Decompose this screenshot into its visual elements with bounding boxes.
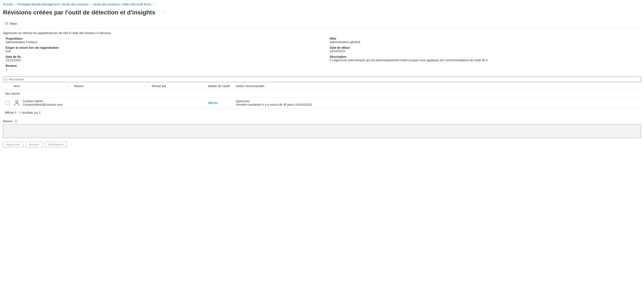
remaining-label: Restant — [6, 64, 317, 67]
start-date-value: 16/10/2023 — [330, 49, 641, 53]
svg-line-1 — [7, 80, 8, 81]
user-email: ContosoAdmin@contoso.com — [23, 103, 62, 106]
cell-reason — [72, 97, 150, 109]
column-header-audit[interactable]: Détails de l'audit — [206, 82, 234, 90]
user-display-name: Contoso Admin — [23, 99, 62, 103]
audit-details-link[interactable]: Afficher — [208, 101, 218, 105]
column-header-name[interactable]: Nom ↑↓ — [12, 82, 72, 90]
chevron-right-icon: › — [153, 2, 154, 6]
svg-point-5 — [16, 121, 16, 121]
role-label: Rôle — [330, 37, 641, 40]
end-date-label: Date de fin — [6, 55, 317, 58]
filter-icon — [5, 22, 8, 25]
recommended-action: Approuver — [236, 99, 639, 103]
column-header-reason-label: Raison — [74, 84, 84, 88]
search-container — [3, 77, 641, 82]
details-grid: Propriétaire Administrateur Contoso Exig… — [3, 37, 641, 75]
recommended-action-detail: Dernière connexion il y a moins de 30 jo… — [236, 103, 639, 106]
column-header-name-label: Nom — [14, 84, 20, 88]
column-header-audit-label: Détails de l'audit — [208, 84, 230, 88]
description-label: Description — [330, 55, 641, 58]
divider — [3, 28, 641, 29]
svg-point-2 — [16, 100, 18, 103]
end-date-value: 15/11/2023 — [6, 58, 317, 62]
reason-label: Raison — [3, 119, 12, 123]
search-input[interactable] — [8, 77, 641, 82]
results-count: Affiche 1 - 1 résultats sur 1. — [3, 109, 641, 119]
group-label: Non révisé — [3, 90, 641, 97]
page-title: Révisions créées par l'outil de détectio… — [3, 9, 156, 16]
instruction-text: Approuvez ou refusez les appartenances d… — [3, 31, 641, 37]
reset-button[interactable]: Réinitialiser — [45, 142, 67, 147]
column-header-reviewed-by[interactable]: Révisé par — [150, 82, 206, 90]
reason-textarea[interactable] — [3, 124, 641, 138]
chevron-right-icon: › — [14, 2, 16, 6]
info-icon[interactable] — [15, 120, 18, 123]
sort-icon: ↑↓ — [144, 84, 148, 87]
column-header-reason[interactable]: Raison ↑↓ — [72, 82, 150, 90]
owner-value: Administrateur Contoso — [6, 40, 317, 44]
column-header-checkbox — [3, 82, 12, 90]
svg-point-0 — [5, 78, 7, 80]
group-row: Non révisé — [3, 90, 641, 97]
results-table: Nom ↑↓ Raison ↑↓ Révisé par Détails de l… — [3, 82, 641, 109]
table-row: Contoso Admin ContosoAdmin@contoso.com A… — [3, 97, 641, 109]
role-value: Administrateur général — [330, 40, 641, 44]
owner-label: Propriétaire — [6, 37, 317, 40]
more-actions-button[interactable]: ··· — [160, 10, 168, 15]
chevron-right-icon: › — [90, 2, 92, 6]
column-header-recommended-action[interactable]: Action recommandée — [234, 82, 641, 90]
breadcrumb-pim[interactable]: Privileged Identity Management I Accès d… — [17, 2, 89, 6]
breadcrumb-roles[interactable]: Accès des révisions I Rôles Microsoft En… — [93, 2, 151, 6]
sort-icon: ↑↓ — [66, 84, 70, 87]
require-reason-value: true — [6, 49, 317, 53]
column-header-reviewed-by-label: Révisé par — [152, 84, 166, 88]
deny-button[interactable]: Refuser — [26, 142, 43, 147]
cell-reviewed-by — [150, 97, 206, 109]
description-value: Il s'agit d'une auto-révision qui est au… — [330, 58, 641, 62]
column-header-recommended-action-label: Action recommandée — [236, 84, 264, 88]
approve-button[interactable]: Approuver — [3, 142, 24, 147]
avatar-icon — [14, 100, 20, 106]
filter-label: Filtrer — [10, 22, 17, 25]
start-date-label: Date de début — [330, 46, 641, 49]
require-reason-label: Exiger la raison lors de l'approbation — [6, 46, 317, 49]
remaining-value: 1 — [6, 67, 317, 71]
filter-button[interactable]: Filtrer — [3, 21, 19, 26]
breadcrumb-home[interactable]: Accueil — [3, 2, 13, 6]
row-checkbox[interactable] — [6, 101, 10, 105]
breadcrumb: Accueil › Privileged Identity Management… — [3, 2, 641, 8]
search-icon — [4, 78, 8, 81]
